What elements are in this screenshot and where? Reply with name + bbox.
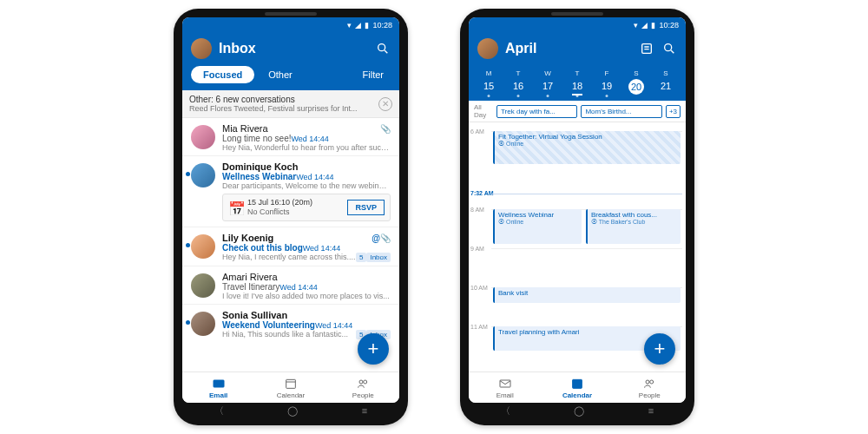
status-bar: ▾ ◢ ▮ 10:28 — [469, 17, 686, 33]
profile-avatar[interactable] — [191, 38, 212, 59]
event-bank[interactable]: Bank visit — [493, 287, 681, 303]
svg-rect-3 — [286, 379, 296, 388]
email-row[interactable]: Mia Rivera 📎 Long time no see! Wed 14:44… — [182, 118, 399, 156]
unread-dot-icon — [186, 243, 190, 247]
nav-calendar[interactable]: Calendar — [541, 372, 613, 403]
sender-name: Lily Koenig — [222, 233, 372, 243]
hour-label: 8 AM — [470, 207, 484, 213]
attachment-icon: 📎 — [380, 124, 391, 134]
tab-other[interactable]: Other — [261, 66, 299, 83]
nav-people[interactable]: People — [327, 372, 399, 403]
inbox-tabs: Focused Other Filter — [182, 66, 399, 90]
event-title: Fit Together: Virtual Yoga Session — [498, 133, 602, 141]
rsvp-conflicts: No Conflicts — [247, 207, 342, 217]
day-number: 19 — [602, 81, 612, 94]
search-icon[interactable] — [661, 41, 677, 56]
day-col[interactable]: T 18 — [562, 69, 592, 95]
email-subject: Long time no see! — [222, 134, 292, 143]
rsvp-button[interactable]: RSVP — [347, 200, 385, 215]
close-icon[interactable]: ✕ — [378, 97, 392, 111]
day-col[interactable]: S 21 — [651, 69, 681, 95]
svg-point-5 — [359, 380, 363, 384]
wifi-icon: ▾ — [347, 21, 352, 30]
attachment-icon: 📎 — [380, 233, 391, 243]
email-subject: Wellness Webinar — [222, 172, 296, 181]
event-title: Wellness Webinar — [498, 211, 554, 219]
nav-calendar-label: Calendar — [562, 391, 592, 399]
day-name: T — [503, 69, 533, 77]
home-icon[interactable]: ◯ — [287, 405, 298, 417]
nav-email[interactable]: Email — [469, 372, 541, 403]
hour-line — [491, 248, 682, 249]
agenda-view-icon[interactable] — [639, 41, 654, 56]
event-location: Online — [506, 219, 523, 225]
mention-icon: @ — [372, 233, 380, 243]
email-row[interactable]: Lily Koenig @ 📎 Check out this blog Wed … — [182, 227, 399, 266]
hour-label: 9 AM — [470, 246, 484, 252]
day-name: M — [474, 69, 503, 77]
recents-icon[interactable]: ≡ — [362, 405, 367, 416]
battery-icon: ▮ — [651, 21, 655, 30]
nav-people[interactable]: People — [614, 372, 686, 403]
bottom-nav: Email Calendar People — [182, 372, 399, 403]
tab-filter[interactable]: Filter — [356, 66, 391, 83]
location-icon: ⦿ — [498, 141, 506, 147]
nav-calendar[interactable]: Calendar — [254, 372, 326, 403]
email-time: Wed 14:44 — [315, 321, 352, 330]
all-day-label: All Day — [474, 103, 493, 119]
rsvp-when: 15 Jul 16:10 (20m) — [247, 198, 312, 207]
battery-icon: ▮ — [365, 21, 369, 30]
nav-email[interactable]: Email — [182, 372, 254, 403]
email-list: Mia Rivera 📎 Long time no see! Wed 14:44… — [182, 118, 399, 372]
screen-calendar: ▾ ◢ ▮ 10:28 April M 15 T 16 — [469, 17, 686, 403]
svg-line-11 — [671, 50, 674, 53]
day-col[interactable]: S 20 — [621, 69, 651, 95]
status-time: 10:28 — [372, 21, 392, 30]
nav-email-label: Email — [209, 391, 227, 399]
other-conversations-banner[interactable]: Other: 6 new conversations Reed Flores T… — [182, 90, 399, 118]
email-preview: Dear participants, Welcome to the new we… — [222, 181, 391, 190]
day-col[interactable]: M 15 — [474, 69, 503, 95]
day-name: F — [592, 69, 621, 77]
compose-fab[interactable]: + — [358, 333, 389, 365]
day-name: S — [621, 69, 651, 77]
email-preview: Hey Nia, I recently came across this.... — [222, 253, 356, 261]
day-col[interactable]: T 16 — [503, 69, 533, 95]
event-title: Bank visit — [498, 289, 528, 297]
page-title: April — [505, 41, 632, 56]
email-row[interactable]: Dominique Koch Wellness Webinar Wed 14:4… — [182, 156, 399, 227]
back-icon[interactable]: 〈 — [501, 404, 510, 418]
avatar — [191, 163, 215, 187]
day-col[interactable]: W 17 — [533, 69, 562, 95]
email-row[interactable]: Amari Rivera Travel Itinerary Wed 14:44 … — [182, 266, 399, 305]
calendar-icon: 📅 — [228, 201, 242, 214]
day-number: 16 — [513, 81, 523, 94]
event-wellness[interactable]: Wellness Webinar ⦿ Online — [493, 209, 582, 244]
home-icon[interactable]: ◯ — [574, 405, 584, 417]
nav-email-label: Email — [496, 391, 514, 399]
event-title: Breakfast with cous... — [591, 211, 657, 219]
avatar — [191, 273, 215, 298]
back-icon[interactable]: 〈 — [214, 404, 224, 418]
event-location: Online — [506, 141, 523, 147]
profile-avatar[interactable] — [477, 38, 498, 59]
phone-inbox: ▾ ◢ ▮ 10:28 Inbox Focused Other Filter O… — [174, 9, 408, 425]
hour-label: 6 AM — [470, 128, 484, 135]
tab-focused[interactable]: Focused — [191, 66, 254, 83]
day-number: 20 — [628, 79, 644, 95]
signal-icon: ◢ — [355, 21, 361, 30]
day-col[interactable]: F 19 — [592, 69, 621, 95]
event-yoga[interactable]: Fit Together: Virtual Yoga Session ⦿ Onl… — [493, 131, 681, 164]
search-icon[interactable] — [375, 41, 391, 56]
day-number: 18 — [572, 81, 582, 95]
email-time: Wed 14:44 — [303, 244, 340, 253]
android-nav: 〈 ◯ ≡ — [182, 403, 399, 418]
all-day-event[interactable]: Trek day with fa... — [496, 105, 577, 118]
more-events[interactable]: +3 — [666, 105, 681, 118]
folder-badge: Inbox — [366, 253, 391, 262]
bottom-nav: Email Calendar People — [469, 372, 686, 403]
event-breakfast[interactable]: Breakfast with cous... ⦿ The Baker's Clu… — [586, 209, 681, 244]
recents-icon[interactable]: ≡ — [648, 405, 654, 416]
new-event-fab[interactable]: + — [644, 333, 675, 365]
all-day-event[interactable]: Mom's Birthd... — [581, 105, 661, 118]
